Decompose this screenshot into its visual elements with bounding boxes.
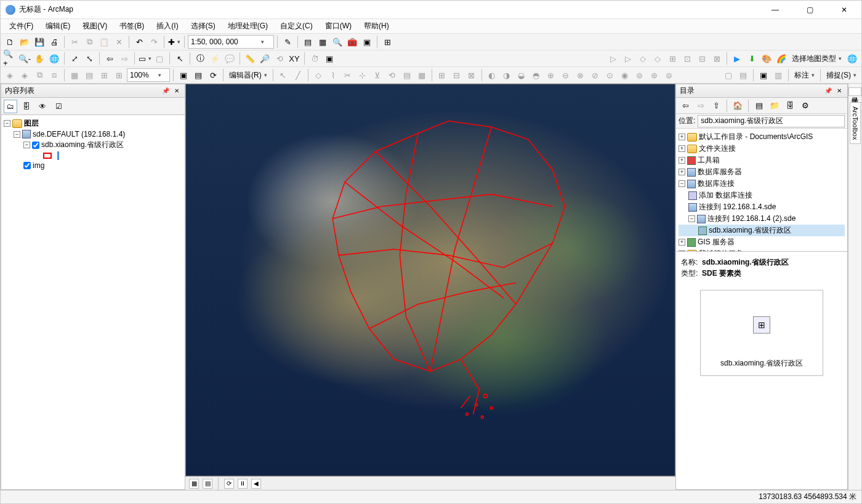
select-elements-icon[interactable]: ↖ xyxy=(173,52,187,65)
twister-icon[interactable]: − xyxy=(679,180,685,187)
menu-geoprocessing[interactable]: 地理处理(G) xyxy=(223,20,273,33)
map-scale-combo[interactable]: ▾ xyxy=(188,35,274,49)
cogo8-icon[interactable]: ⊘ xyxy=(589,68,602,82)
color-wheel-icon[interactable]: 🌈 xyxy=(775,52,788,65)
nav-tool2-icon[interactable]: ▷ xyxy=(621,52,635,65)
cat-toggle-icon[interactable]: ▤ xyxy=(752,99,766,113)
geo-tool1-icon[interactable]: ◈ xyxy=(3,68,17,82)
edit-split-icon[interactable]: ⊹ xyxy=(356,68,369,82)
edit-reshape-icon[interactable]: ⌇ xyxy=(326,68,340,82)
toc-window-icon[interactable]: ▤ xyxy=(301,35,315,49)
side-tab-arctoolbox[interactable]: ArcToolbox xyxy=(850,102,861,144)
delete-icon[interactable]: ✕ xyxy=(112,35,126,49)
anno1-icon[interactable]: ▢ xyxy=(722,68,735,82)
select-features-icon[interactable]: ▭▾ xyxy=(138,52,151,65)
editor-dropdown[interactable]: 编辑器(R)▾ xyxy=(227,70,270,81)
save-icon[interactable]: 💾 xyxy=(33,35,46,49)
toc-node-layer1[interactable]: sdb.xiaoming.省级行政区 xyxy=(41,140,124,150)
location-input[interactable] xyxy=(698,115,845,127)
layout-icon[interactable]: ▤ xyxy=(191,68,205,82)
paste-icon[interactable]: 📋 xyxy=(97,35,111,49)
polygon-symbol-icon[interactable] xyxy=(43,153,52,159)
add-data-icon[interactable]: ✚▾ xyxy=(167,35,181,49)
cogo1-icon[interactable]: ◐ xyxy=(485,68,499,82)
geo-tool8-icon[interactable]: ⊞ xyxy=(112,68,126,82)
nav-tool3-icon[interactable]: ◇ xyxy=(636,52,650,65)
edit-line-icon[interactable]: ╱ xyxy=(291,68,305,82)
find-route-icon[interactable]: ⟲ xyxy=(273,52,286,65)
globe-settings-icon[interactable]: 🌐 xyxy=(845,52,859,65)
toc-tab-selection[interactable]: ☑ xyxy=(52,100,65,113)
redo-icon[interactable]: ↷ xyxy=(147,35,161,49)
twister-icon[interactable]: − xyxy=(688,215,695,222)
undo-icon[interactable]: ↶ xyxy=(132,35,146,49)
catalog-close-icon[interactable]: ✕ xyxy=(835,87,844,95)
open-icon[interactable]: 📂 xyxy=(18,35,31,49)
cat-back-icon[interactable]: ⇦ xyxy=(679,99,692,113)
cat-folder-connections[interactable]: 文件夹连接 xyxy=(699,143,736,154)
search-window-icon[interactable]: 🔍 xyxy=(331,35,344,49)
fixed-zoom-in-icon[interactable]: ⤢ xyxy=(68,52,81,65)
line-symbol-icon[interactable] xyxy=(57,151,59,160)
cogo5-icon[interactable]: ⊕ xyxy=(544,68,558,82)
edit-vertex-icon[interactable]: ◇ xyxy=(312,68,325,82)
cat-db-connections[interactable]: 数据库连接 xyxy=(698,178,735,189)
measure-icon[interactable]: 📏 xyxy=(243,52,257,65)
html-popup-icon[interactable]: 💬 xyxy=(223,52,236,65)
nav-tool5-icon[interactable]: ⊞ xyxy=(666,52,679,65)
new-doc-icon[interactable]: 🗋 xyxy=(3,35,17,49)
arctoolbox-icon[interactable]: 🧰 xyxy=(345,35,359,49)
geo-tool7-icon[interactable]: ⊞ xyxy=(97,68,111,82)
cogo9-icon[interactable]: ⊙ xyxy=(603,68,617,82)
topo3-icon[interactable]: ⊠ xyxy=(465,68,478,82)
nav-left-icon[interactable]: ◀ xyxy=(251,479,261,489)
clear-selection-icon[interactable]: ▢ xyxy=(153,52,166,65)
palette-icon[interactable]: 🎨 xyxy=(760,52,773,65)
zoom-in-icon[interactable]: 🔍+ xyxy=(3,52,17,65)
refresh-icon[interactable]: ⟳ xyxy=(206,68,220,82)
cat-add-db[interactable]: 添加 数据库连接 xyxy=(699,190,752,201)
forward-extent-icon[interactable]: ⇨ xyxy=(118,52,131,65)
twister-icon[interactable]: + xyxy=(679,169,685,175)
cat-home-folder[interactable]: 默认工作目录 - Documents\ArcGIS xyxy=(699,132,813,142)
back-extent-icon[interactable]: ⇦ xyxy=(103,52,116,65)
edit-merge-icon[interactable]: ⊻ xyxy=(371,68,384,82)
side-tab-results[interactable]: 结果 xyxy=(848,87,861,96)
zoom-pct-combo[interactable]: ▾ xyxy=(127,68,170,82)
cat-up-icon[interactable]: ⇧ xyxy=(709,99,723,113)
data-view-tab[interactable]: ▦ xyxy=(189,479,199,489)
nav-tool7-icon[interactable]: ⊟ xyxy=(695,52,709,65)
geo-tool4-icon[interactable]: ⧈ xyxy=(47,68,61,82)
maximize-button[interactable]: ▢ xyxy=(797,2,822,18)
menu-edit[interactable]: 编辑(E) xyxy=(41,20,75,33)
copy-icon[interactable]: ⧉ xyxy=(83,35,96,49)
twister-icon[interactable]: − xyxy=(14,131,20,138)
cat-db-servers[interactable]: 数据库服务器 xyxy=(698,167,742,177)
twister-icon[interactable]: − xyxy=(4,120,10,127)
cat-options-icon[interactable]: ⚙ xyxy=(799,99,812,113)
edit-sketch-icon[interactable]: ▦ xyxy=(415,68,429,82)
hyperlink-icon[interactable]: ⚡ xyxy=(208,52,222,65)
edit-cut-icon[interactable]: ✂ xyxy=(341,68,355,82)
zoom-out-icon[interactable]: 🔍- xyxy=(18,52,31,65)
map-scale-input[interactable] xyxy=(191,38,259,46)
cogo2-icon[interactable]: ◑ xyxy=(500,68,514,82)
find-icon[interactable]: 🔎 xyxy=(258,52,272,65)
topo2-icon[interactable]: ⊟ xyxy=(450,68,464,82)
twister-icon[interactable]: + xyxy=(679,145,685,152)
toc-tab-visibility[interactable]: 👁 xyxy=(36,100,49,113)
geo-tool6-icon[interactable]: ▤ xyxy=(83,68,96,82)
toc-tree[interactable]: −图层 −sde.DEFAULT (192.168.1.4) −sdb.xiao… xyxy=(1,115,185,489)
data-frame-icon[interactable]: ▣ xyxy=(177,68,190,82)
catalog-tree[interactable]: +默认工作目录 - Documents\ArcGIS +文件夹连接 +工具箱 +… xyxy=(676,129,847,252)
twister-icon[interactable]: + xyxy=(679,239,685,246)
cogo13-icon[interactable]: ⊜ xyxy=(663,68,676,82)
cat-feature-class[interactable]: sdb.xiaoming.省级行政区 xyxy=(709,225,791,236)
menu-view[interactable]: 视图(V) xyxy=(78,20,112,33)
layer-visibility-checkbox[interactable] xyxy=(32,142,39,149)
twister-icon[interactable]: + xyxy=(679,157,685,164)
edit-tool-icon[interactable]: ↖ xyxy=(276,68,290,82)
twister-icon[interactable]: + xyxy=(679,134,685,140)
map-canvas[interactable] xyxy=(185,84,675,476)
nav-tool-icon[interactable]: ▷ xyxy=(606,52,620,65)
